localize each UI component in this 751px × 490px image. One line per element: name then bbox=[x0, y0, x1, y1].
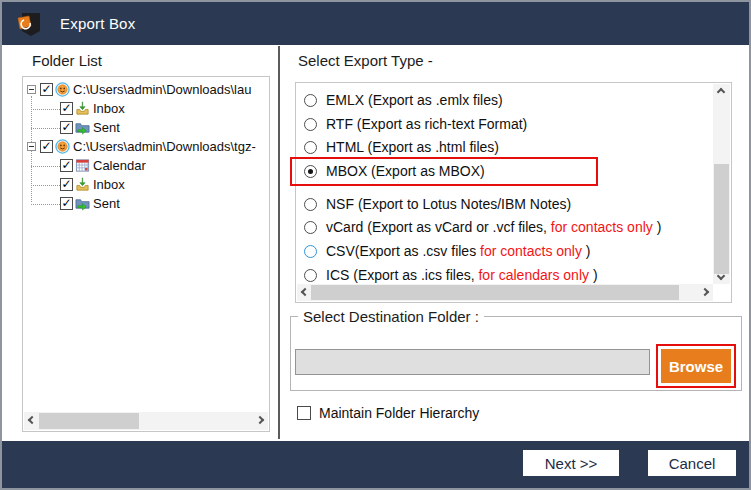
folder-list-label: Folder List bbox=[32, 52, 102, 69]
footer-bar: Next >> Cancel bbox=[2, 441, 749, 488]
export-option-label: NSF (Export to Lotus Notes/IBM Notes) bbox=[326, 196, 571, 212]
export-option-row[interactable]: CSV(Export as .csv files for contacts on… bbox=[296, 241, 591, 261]
folder-tree[interactable]: ✓C:\Users\admin\Downloads\lau✓Inbox✓Sent… bbox=[22, 76, 270, 432]
export-option-label: vCard (Export as vCard or .vcf files, fo… bbox=[326, 219, 661, 235]
tree-root-item[interactable]: ✓C:\Users\admin\Downloads\tgz- bbox=[23, 137, 269, 156]
export-option-radio[interactable] bbox=[304, 141, 317, 154]
scroll-left-icon[interactable] bbox=[301, 287, 309, 295]
tree-root-item[interactable]: ✓C:\Users\admin\Downloads\lau bbox=[23, 80, 269, 99]
export-vertical-scrollbar[interactable] bbox=[713, 84, 730, 284]
export-option-label: HTML (Export as .html files) bbox=[326, 139, 499, 155]
tree-child-item[interactable]: ✓Calendar bbox=[23, 156, 269, 175]
export-horizontal-scrollbar[interactable] bbox=[297, 284, 713, 301]
tree-item-label: Inbox bbox=[93, 101, 125, 116]
export-box-dialog: Export Box Folder List ✓C:\Users\admin\D… bbox=[0, 0, 751, 490]
export-option-radio[interactable] bbox=[304, 245, 317, 258]
sent-icon bbox=[75, 196, 90, 211]
export-option-row[interactable]: RTF (Export as rich-text Format) bbox=[296, 114, 527, 134]
tree-item-checkbox[interactable]: ✓ bbox=[40, 140, 53, 153]
tree-item-checkbox[interactable]: ✓ bbox=[60, 178, 73, 191]
cancel-button[interactable]: Cancel bbox=[648, 450, 736, 476]
export-option-radio[interactable] bbox=[304, 221, 317, 234]
tree-item-label: Calendar bbox=[93, 158, 146, 173]
tree-item-label: C:\Users\admin\Downloads\lau bbox=[73, 82, 251, 97]
export-option-radio[interactable] bbox=[304, 165, 317, 178]
scroll-up-icon[interactable] bbox=[716, 88, 724, 96]
tree-child-item[interactable]: ✓Sent bbox=[23, 118, 269, 137]
export-type-label: Select Export Type - bbox=[298, 52, 433, 69]
tree-item-checkbox[interactable]: ✓ bbox=[60, 102, 73, 115]
export-option-note: for contacts only bbox=[551, 219, 653, 235]
scroll-left-icon[interactable] bbox=[28, 416, 36, 424]
tree-collapse-toggle[interactable] bbox=[27, 142, 36, 151]
title-bar: Export Box bbox=[2, 2, 749, 45]
maintain-hierarchy-checkbox[interactable] bbox=[297, 406, 311, 420]
export-option-radio[interactable] bbox=[304, 94, 317, 107]
next-button[interactable]: Next >> bbox=[523, 450, 619, 476]
browse-button[interactable]: Browse bbox=[661, 349, 731, 383]
tree-collapse-toggle[interactable] bbox=[27, 85, 36, 94]
export-vscrollbar-thumb[interactable] bbox=[714, 164, 729, 274]
export-type-list[interactable]: EMLX (Export as .emlx files)RTF (Export … bbox=[295, 82, 732, 303]
export-option-radio[interactable] bbox=[304, 269, 317, 282]
account-icon bbox=[55, 139, 70, 154]
tree-item-label: Sent bbox=[93, 120, 120, 135]
export-option-label: MBOX (Export as MBOX) bbox=[326, 163, 485, 179]
export-option-label: EMLX (Export as .emlx files) bbox=[326, 92, 503, 108]
tree-child-item[interactable]: ✓Inbox bbox=[23, 175, 269, 194]
sent-icon bbox=[75, 120, 90, 135]
export-option-note: for calendars only bbox=[478, 267, 589, 283]
export-option-row[interactable]: HTML (Export as .html files) bbox=[296, 137, 499, 157]
export-option-row[interactable]: MBOX (Export as MBOX) bbox=[296, 161, 485, 181]
tree-item-label: C:\Users\admin\Downloads\tgz- bbox=[73, 139, 256, 154]
export-option-label: ICS (Export as .ics files, for calendars… bbox=[326, 267, 598, 283]
account-icon bbox=[55, 82, 70, 97]
tree-item-checkbox[interactable]: ✓ bbox=[60, 197, 73, 210]
browse-highlight-box: Browse bbox=[656, 344, 736, 388]
export-option-row[interactable]: EMLX (Export as .emlx files) bbox=[296, 90, 503, 110]
destination-path-input[interactable] bbox=[295, 349, 650, 375]
export-option-radio[interactable] bbox=[304, 118, 317, 131]
tree-item-label: Sent bbox=[93, 196, 120, 211]
maintain-hierarchy-row[interactable]: Maintain Folder Hierarchy bbox=[297, 405, 479, 421]
export-option-row[interactable]: vCard (Export as vCard or .vcf files, fo… bbox=[296, 217, 661, 237]
destination-label: Select Destination Folder : bbox=[298, 308, 484, 325]
scroll-right-icon[interactable] bbox=[701, 287, 709, 295]
panel-divider bbox=[278, 46, 280, 439]
app-logo-icon bbox=[16, 10, 43, 37]
maintain-hierarchy-label: Maintain Folder Hierarchy bbox=[319, 405, 479, 421]
export-option-radio[interactable] bbox=[304, 198, 317, 211]
inbox-icon bbox=[75, 177, 90, 192]
export-option-row[interactable]: NSF (Export to Lotus Notes/IBM Notes) bbox=[296, 194, 571, 214]
tree-item-checkbox[interactable]: ✓ bbox=[60, 159, 73, 172]
window-title: Export Box bbox=[60, 15, 135, 32]
export-option-label: RTF (Export as rich-text Format) bbox=[326, 116, 527, 132]
tree-item-checkbox[interactable]: ✓ bbox=[60, 121, 73, 134]
tree-child-item[interactable]: ✓Sent bbox=[23, 194, 269, 213]
tree-item-checkbox[interactable]: ✓ bbox=[40, 83, 53, 96]
export-hscrollbar-thumb[interactable] bbox=[311, 285, 679, 300]
export-option-note: for contacts only bbox=[480, 243, 582, 259]
export-option-row[interactable]: ICS (Export as .ics files, for calendars… bbox=[296, 265, 598, 285]
calendar-icon bbox=[75, 158, 90, 173]
tree-scrollbar-thumb[interactable] bbox=[39, 413, 139, 429]
export-option-label: CSV(Export as .csv files for contacts on… bbox=[326, 243, 591, 259]
tree-horizontal-scrollbar[interactable] bbox=[24, 412, 268, 430]
scroll-right-icon[interactable] bbox=[256, 416, 264, 424]
tree-item-label: Inbox bbox=[93, 177, 125, 192]
tree-child-item[interactable]: ✓Inbox bbox=[23, 99, 269, 118]
inbox-icon bbox=[75, 101, 90, 116]
